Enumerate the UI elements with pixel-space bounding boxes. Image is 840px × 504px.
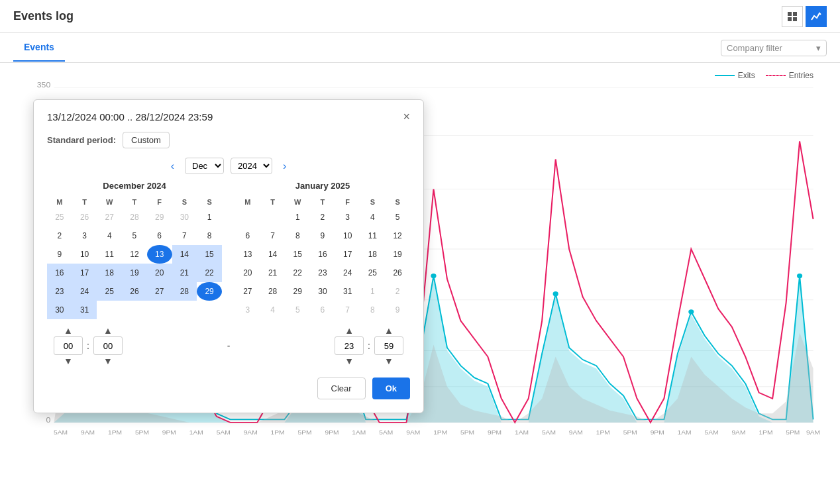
- table-row[interactable]: 1: [285, 208, 310, 227]
- table-row[interactable]: 20: [147, 264, 172, 282]
- table-row[interactable]: 8: [285, 227, 310, 245]
- table-row[interactable]: 23: [47, 282, 72, 301]
- end-minute-input[interactable]: [374, 336, 403, 355]
- table-row[interactable]: 22: [285, 264, 310, 282]
- table-row[interactable]: 10: [335, 227, 360, 245]
- table-row[interactable]: 2: [310, 208, 335, 227]
- table-row[interactable]: 19: [385, 245, 410, 264]
- table-row[interactable]: 30: [310, 282, 335, 301]
- start-minute-down[interactable]: ▼: [103, 356, 113, 366]
- table-row[interactable]: 3: [72, 227, 97, 245]
- table-row[interactable]: 25: [47, 208, 72, 227]
- table-row[interactable]: 2: [385, 282, 410, 301]
- table-row[interactable]: 16: [310, 245, 335, 264]
- table-row[interactable]: 12: [385, 227, 410, 245]
- start-minute-input[interactable]: [93, 336, 123, 355]
- table-row[interactable]: 27: [97, 208, 122, 227]
- table-row[interactable]: 5: [285, 301, 310, 319]
- month-select[interactable]: JanFebMarApr MayJunJulAug SepOctNovDec: [185, 158, 224, 174]
- table-row[interactable]: 13: [235, 245, 260, 264]
- table-row[interactable]: 7: [172, 227, 197, 245]
- table-row[interactable]: 8: [197, 227, 222, 245]
- table-row[interactable]: 7: [335, 301, 360, 319]
- end-hour-up[interactable]: ▲: [344, 326, 354, 335]
- table-row[interactable]: 31: [335, 282, 360, 301]
- table-row[interactable]: 26: [122, 282, 147, 301]
- table-row[interactable]: 24: [72, 282, 97, 301]
- table-row[interactable]: 27: [235, 282, 260, 301]
- table-row[interactable]: 28: [260, 282, 286, 301]
- table-row[interactable]: 18: [97, 264, 122, 282]
- table-row[interactable]: 6: [235, 227, 260, 245]
- next-month-button[interactable]: ›: [279, 160, 290, 172]
- table-row[interactable]: 15: [197, 245, 222, 264]
- table-row[interactable]: 10: [72, 245, 97, 264]
- table-row[interactable]: 27: [147, 282, 172, 301]
- clear-button[interactable]: Clear: [317, 378, 366, 399]
- table-row[interactable]: 4: [360, 208, 386, 227]
- table-row[interactable]: 31: [72, 301, 97, 319]
- end-hour-down[interactable]: ▼: [344, 356, 354, 366]
- table-row[interactable]: 9: [385, 301, 410, 319]
- table-row[interactable]: 21: [172, 264, 197, 282]
- table-row[interactable]: 21: [260, 264, 286, 282]
- table-row[interactable]: 20: [235, 264, 260, 282]
- start-minute-up[interactable]: ▲: [103, 326, 113, 335]
- table-row[interactable]: 14: [172, 245, 197, 264]
- ok-button[interactable]: Ok: [372, 378, 410, 399]
- table-row[interactable]: 17: [335, 245, 360, 264]
- table-row[interactable]: 7: [260, 227, 286, 245]
- table-row[interactable]: 11: [360, 227, 386, 245]
- end-hour-input[interactable]: [335, 336, 364, 355]
- start-hour-up[interactable]: ▲: [64, 326, 73, 335]
- end-minute-up[interactable]: ▲: [384, 326, 394, 335]
- table-row[interactable]: 1: [360, 282, 386, 301]
- close-button[interactable]: ×: [403, 111, 410, 123]
- table-row[interactable]: 29: [197, 282, 222, 301]
- table-row[interactable]: 26: [72, 208, 97, 227]
- table-row[interactable]: 6: [147, 227, 172, 245]
- table-row[interactable]: 3: [235, 301, 260, 319]
- start-hour-input[interactable]: [54, 336, 83, 355]
- table-row[interactable]: 30: [172, 208, 197, 227]
- table-row[interactable]: 26: [385, 264, 410, 282]
- table-row[interactable]: 25: [97, 282, 122, 301]
- table-row[interactable]: 23: [310, 264, 335, 282]
- start-hour-down[interactable]: ▼: [64, 356, 73, 366]
- table-row[interactable]: 15: [285, 245, 310, 264]
- table-row[interactable]: 28: [122, 208, 147, 227]
- prev-month-button[interactable]: ‹: [167, 160, 178, 172]
- table-row[interactable]: 28: [172, 282, 197, 301]
- table-row[interactable]: 8: [360, 301, 386, 319]
- table-row[interactable]: 30: [47, 301, 72, 319]
- table-row[interactable]: 11: [97, 245, 122, 264]
- table-row[interactable]: 4: [97, 227, 122, 245]
- table-row[interactable]: 9: [310, 227, 335, 245]
- table-row[interactable]: 9: [47, 245, 72, 264]
- table-row[interactable]: 19: [122, 264, 147, 282]
- company-filter-dropdown[interactable]: Company filter ▾: [721, 40, 827, 56]
- table-row[interactable]: 18: [360, 245, 386, 264]
- table-row[interactable]: 5: [122, 227, 147, 245]
- table-row[interactable]: 24: [335, 264, 360, 282]
- standard-period-button[interactable]: Custom: [123, 132, 170, 148]
- table-row[interactable]: 5: [385, 208, 410, 227]
- table-row[interactable]: 25: [360, 264, 386, 282]
- table-row[interactable]: 4: [260, 301, 286, 319]
- table-row[interactable]: 14: [260, 245, 286, 264]
- chart-view-button[interactable]: [806, 6, 827, 27]
- table-row[interactable]: 3: [335, 208, 360, 227]
- table-row[interactable]: 2: [47, 227, 72, 245]
- year-select[interactable]: 202320242025: [231, 158, 272, 174]
- grid-view-button[interactable]: [782, 6, 803, 27]
- table-row[interactable]: 29: [285, 282, 310, 301]
- table-row[interactable]: 6: [310, 301, 335, 319]
- table-row[interactable]: 1: [197, 208, 222, 227]
- table-row[interactable]: 17: [72, 264, 97, 282]
- table-row[interactable]: 13: [147, 245, 172, 264]
- table-row[interactable]: 12: [122, 245, 147, 264]
- tab-events[interactable]: Events: [13, 34, 65, 62]
- table-row[interactable]: 29: [147, 208, 172, 227]
- end-minute-down[interactable]: ▼: [384, 356, 394, 366]
- table-row[interactable]: 16: [47, 264, 72, 282]
